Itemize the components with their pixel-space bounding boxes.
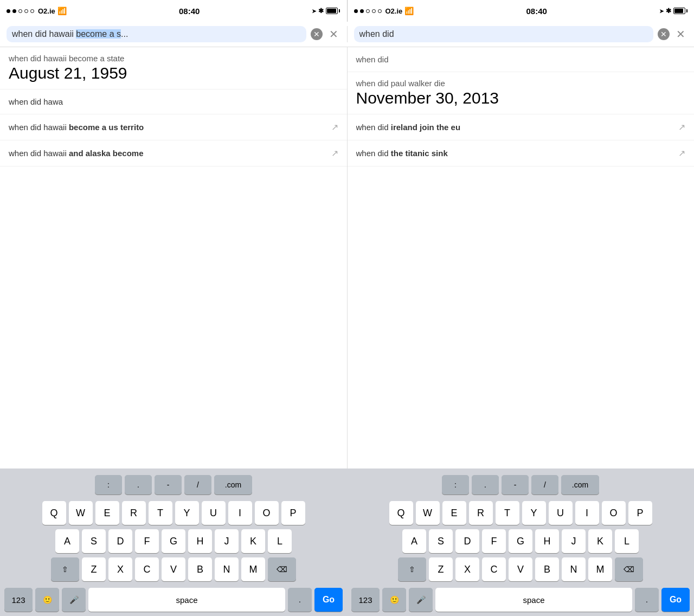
key-e-r[interactable]: E (442, 501, 466, 525)
key-dotcom-right[interactable]: .com (561, 475, 599, 495)
key-u[interactable]: U (202, 501, 226, 525)
key-u-r[interactable]: U (549, 501, 573, 525)
key-g-r[interactable]: G (509, 529, 532, 553)
key-j[interactable]: J (215, 529, 239, 553)
key-period-right[interactable]: . (472, 475, 499, 495)
key-c[interactable]: C (135, 557, 159, 581)
key-n-r[interactable]: N (562, 557, 586, 581)
suggestion-hawa[interactable]: when did hawa (0, 89, 347, 114)
key-k-r[interactable]: K (588, 529, 612, 553)
key-x-r[interactable]: X (455, 557, 479, 581)
mic-key-left[interactable]: 🎤 (62, 588, 86, 612)
battery-left (326, 8, 340, 14)
key-y[interactable]: Y (175, 501, 199, 525)
close-button-left[interactable]: ✕ (327, 28, 340, 41)
search-input-left-wrapper[interactable]: when did hawaii become a s... (7, 26, 306, 42)
key-dotcom-left[interactable]: .com (214, 475, 252, 495)
key-p[interactable]: P (281, 501, 305, 525)
key-r-r[interactable]: R (469, 501, 493, 525)
emoji-key-right[interactable]: 🙂 (382, 588, 406, 612)
key-o[interactable]: O (255, 501, 279, 525)
numbers-key-right[interactable]: 123 (351, 588, 380, 612)
key-c-r[interactable]: C (482, 557, 506, 581)
suggestion-hawaii-territory[interactable]: when did hawaii become a us territo ↗ (0, 114, 347, 140)
key-b[interactable]: B (188, 557, 212, 581)
key-p-r[interactable]: P (628, 501, 652, 525)
answer-item-walker[interactable]: when did paul walker die November 30, 20… (348, 72, 695, 114)
key-hyphen-left[interactable]: - (155, 475, 182, 495)
key-hyphen-right[interactable]: - (502, 475, 529, 495)
key-t-r[interactable]: T (496, 501, 519, 525)
mic-key-right[interactable]: 🎤 (409, 588, 433, 612)
answer-item-hawaii[interactable]: when did hawaii become a state August 21… (0, 47, 347, 89)
key-g[interactable]: G (162, 529, 185, 553)
key-a[interactable]: A (55, 529, 79, 553)
key-k[interactable]: K (241, 529, 265, 553)
suggestion-ireland-text: when did ireland join the eu (356, 123, 674, 132)
key-i-r[interactable]: I (575, 501, 599, 525)
key-period-left[interactable]: . (125, 475, 152, 495)
key-d-r[interactable]: D (455, 529, 479, 553)
suggestion-ireland[interactable]: when did ireland join the eu ↗ (348, 114, 695, 140)
key-q[interactable]: Q (42, 501, 66, 525)
key-e[interactable]: E (95, 501, 119, 525)
clear-button-right[interactable]: ✕ (658, 28, 670, 40)
key-z-r[interactable]: Z (429, 557, 453, 581)
suggestion-hawaii-alaska[interactable]: when did hawaii and alaska become ↗ (0, 140, 347, 166)
key-s[interactable]: S (82, 529, 106, 553)
key-h-r[interactable]: H (535, 529, 559, 553)
key-slash-left[interactable]: / (184, 475, 211, 495)
left-panel: when did hawaii become a state August 21… (0, 47, 348, 469)
key-colon-right[interactable]: : (442, 475, 469, 495)
key-o-r[interactable]: O (602, 501, 626, 525)
key-h[interactable]: H (188, 529, 212, 553)
close-button-right[interactable]: ✕ (674, 28, 687, 41)
search-divider (347, 26, 348, 42)
key-t[interactable]: T (149, 501, 172, 525)
key-d[interactable]: D (108, 529, 132, 553)
key-n[interactable]: N (215, 557, 239, 581)
clear-button-left[interactable]: ✕ (311, 28, 323, 40)
key-q-r[interactable]: Q (389, 501, 413, 525)
key-x[interactable]: X (108, 557, 132, 581)
period-bottom-right[interactable]: . (635, 588, 659, 612)
key-i[interactable]: I (228, 501, 252, 525)
key-w-r[interactable]: W (416, 501, 440, 525)
space-key-left[interactable]: space (88, 588, 285, 612)
key-z[interactable]: Z (82, 557, 106, 581)
search-input-right-wrapper[interactable]: when did (354, 26, 654, 42)
key-r[interactable]: R (122, 501, 146, 525)
key-y-r[interactable]: Y (522, 501, 546, 525)
suggestion-titanic[interactable]: when did the titanic sink ↗ (348, 140, 695, 166)
key-f-r[interactable]: F (482, 529, 506, 553)
numbers-key-left[interactable]: 123 (4, 588, 33, 612)
key-j-r[interactable]: J (562, 529, 586, 553)
status-icons-right: ➤ ✱ (659, 7, 687, 15)
dot-r1 (354, 9, 358, 13)
suggestion-when-did[interactable]: when did (348, 47, 695, 72)
key-b-r[interactable]: B (535, 557, 559, 581)
key-m-r[interactable]: M (588, 557, 612, 581)
key-v[interactable]: V (162, 557, 185, 581)
key-s-r[interactable]: S (429, 529, 453, 553)
dot-r3 (366, 9, 370, 13)
arrow-icon-ireland: ↗ (678, 122, 685, 132)
shift-key-left[interactable]: ⇧ (51, 557, 79, 581)
shift-key-right[interactable]: ⇧ (398, 557, 426, 581)
key-w[interactable]: W (69, 501, 93, 525)
key-l[interactable]: L (268, 529, 292, 553)
key-colon-left[interactable]: : (95, 475, 122, 495)
key-m[interactable]: M (241, 557, 265, 581)
key-slash-right[interactable]: / (531, 475, 558, 495)
space-key-right[interactable]: space (435, 588, 632, 612)
backspace-key-right[interactable]: ⌫ (615, 557, 643, 581)
period-bottom-left[interactable]: . (288, 588, 312, 612)
go-key-left[interactable]: Go (314, 588, 343, 612)
key-a-r[interactable]: A (402, 529, 426, 553)
backspace-key-left[interactable]: ⌫ (268, 557, 296, 581)
emoji-key-left[interactable]: 🙂 (35, 588, 59, 612)
key-v-r[interactable]: V (509, 557, 532, 581)
go-key-right[interactable]: Go (661, 588, 690, 612)
key-l-r[interactable]: L (615, 529, 639, 553)
key-f[interactable]: F (135, 529, 159, 553)
